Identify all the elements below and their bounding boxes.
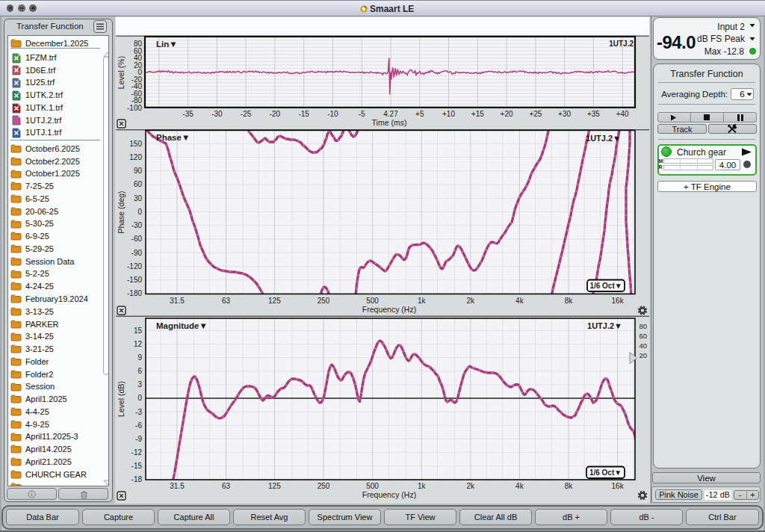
svg-text:4k: 4k bbox=[515, 297, 524, 305]
svg-text:0: 0 bbox=[137, 68, 142, 76]
svg-text:125: 125 bbox=[268, 297, 281, 305]
svg-text:-100: -100 bbox=[127, 104, 142, 112]
svg-text:-10: -10 bbox=[327, 110, 338, 118]
svg-text:60: 60 bbox=[639, 332, 647, 340]
svg-text:-30: -30 bbox=[211, 110, 223, 118]
svg-text:1UTJ.2▼: 1UTJ.2▼ bbox=[586, 134, 621, 143]
svg-text:4.27: 4.27 bbox=[383, 110, 398, 118]
svg-text:80: 80 bbox=[639, 322, 647, 330]
svg-text:60: 60 bbox=[134, 180, 143, 188]
svg-text:4k: 4k bbox=[515, 482, 524, 490]
svg-text:63: 63 bbox=[222, 297, 231, 305]
svg-text:30: 30 bbox=[134, 194, 143, 202]
svg-text:500: 500 bbox=[366, 482, 379, 490]
svg-text:-5: -5 bbox=[359, 110, 365, 118]
svg-text:-12: -12 bbox=[131, 448, 143, 457]
svg-text:-150: -150 bbox=[127, 276, 142, 284]
svg-text:16k: 16k bbox=[612, 297, 625, 305]
svg-text:-30: -30 bbox=[131, 221, 143, 229]
svg-text:-120: -120 bbox=[127, 262, 142, 270]
svg-text:-80: -80 bbox=[131, 96, 143, 105]
svg-text:16k: 16k bbox=[612, 482, 625, 490]
svg-text:80: 80 bbox=[134, 40, 143, 48]
svg-text:-35: -35 bbox=[182, 110, 193, 118]
svg-text:1UTJ.2: 1UTJ.2 bbox=[609, 40, 634, 48]
svg-text:+30: +30 bbox=[558, 110, 571, 118]
svg-text:0: 0 bbox=[137, 394, 142, 402]
svg-text:12: 12 bbox=[134, 340, 143, 348]
svg-text:9: 9 bbox=[137, 353, 142, 362]
svg-text:+40: +40 bbox=[616, 110, 629, 118]
svg-text:20: 20 bbox=[134, 61, 143, 69]
svg-text:40: 40 bbox=[134, 54, 143, 62]
svg-text:15: 15 bbox=[134, 327, 143, 335]
svg-text:250: 250 bbox=[318, 482, 330, 490]
svg-text:-15: -15 bbox=[131, 462, 143, 470]
svg-text:Magnitude▼: Magnitude▼ bbox=[156, 321, 208, 330]
svg-text:-60: -60 bbox=[131, 90, 143, 98]
svg-text:Phase▼: Phase▼ bbox=[156, 133, 190, 142]
svg-text:1UTJ.2▼: 1UTJ.2▼ bbox=[587, 321, 622, 330]
svg-text:-20: -20 bbox=[270, 110, 281, 118]
svg-text:-20: -20 bbox=[131, 75, 143, 84]
svg-text:150: 150 bbox=[129, 140, 142, 148]
svg-text:1/6 Oct▼: 1/6 Oct▼ bbox=[589, 282, 622, 290]
svg-text:-6: -6 bbox=[135, 421, 142, 430]
svg-text:Level (%): Level (%) bbox=[117, 56, 126, 89]
svg-text:-9: -9 bbox=[135, 435, 142, 443]
svg-text:-180: -180 bbox=[127, 289, 142, 297]
svg-text:-25: -25 bbox=[241, 110, 252, 118]
svg-text:63: 63 bbox=[222, 482, 231, 490]
svg-text:+5: +5 bbox=[415, 110, 424, 118]
svg-text:90: 90 bbox=[134, 167, 143, 175]
svg-text:6: 6 bbox=[137, 367, 142, 375]
svg-text:Phase (deg): Phase (deg) bbox=[117, 191, 126, 233]
svg-text:+15: +15 bbox=[471, 110, 484, 118]
svg-text:8k: 8k bbox=[565, 482, 574, 490]
svg-text:125: 125 bbox=[268, 482, 281, 490]
svg-text:31.5: 31.5 bbox=[170, 482, 185, 490]
svg-text:20: 20 bbox=[639, 351, 647, 359]
svg-text:+25: +25 bbox=[529, 110, 542, 118]
svg-text:-40: -40 bbox=[131, 82, 143, 90]
svg-text:1/6 Oct▼: 1/6 Oct▼ bbox=[589, 468, 622, 477]
svg-text:8k: 8k bbox=[565, 297, 574, 305]
svg-text:Frequency (Hz): Frequency (Hz) bbox=[362, 490, 416, 499]
svg-text:1k: 1k bbox=[418, 482, 427, 490]
svg-text:Frequency (Hz): Frequency (Hz) bbox=[362, 305, 416, 314]
svg-text:2k: 2k bbox=[467, 482, 476, 490]
svg-text:+35: +35 bbox=[587, 110, 600, 118]
svg-text:250: 250 bbox=[318, 297, 330, 305]
svg-text:-3: -3 bbox=[135, 408, 142, 416]
svg-text:-60: -60 bbox=[131, 235, 143, 243]
svg-text:Lin▼: Lin▼ bbox=[156, 40, 178, 49]
svg-text:2k: 2k bbox=[467, 297, 476, 305]
svg-text:Level (dB): Level (dB) bbox=[117, 381, 126, 417]
svg-text:+20: +20 bbox=[501, 110, 513, 118]
svg-text:31.5: 31.5 bbox=[170, 297, 185, 305]
svg-text:Time (ms): Time (ms) bbox=[372, 118, 407, 127]
svg-text:-90: -90 bbox=[131, 249, 143, 257]
svg-text:60: 60 bbox=[134, 47, 143, 55]
svg-text:+10: +10 bbox=[442, 110, 455, 118]
svg-text:1k: 1k bbox=[418, 297, 427, 305]
svg-text:-18: -18 bbox=[131, 475, 143, 483]
svg-text:-15: -15 bbox=[298, 110, 309, 118]
svg-text:0: 0 bbox=[137, 208, 142, 216]
svg-text:120: 120 bbox=[129, 153, 142, 161]
svg-text:500: 500 bbox=[366, 297, 379, 305]
svg-text:40: 40 bbox=[639, 341, 647, 350]
svg-text:3: 3 bbox=[137, 380, 142, 389]
